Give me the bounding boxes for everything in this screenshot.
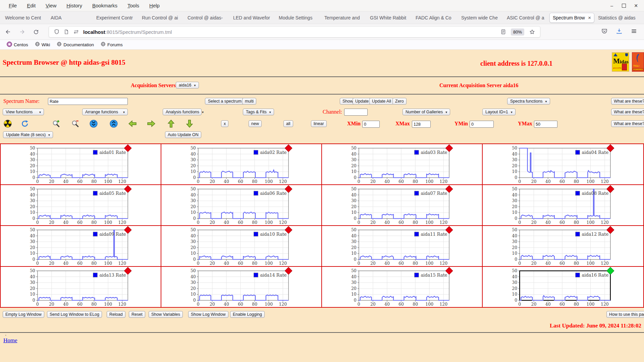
tab-led-and-wavefor[interactable]: LED and Wavefor xyxy=(230,13,275,23)
what-are-these-button[interactable]: What are these? xyxy=(611,98,644,105)
enable-logging-button[interactable]: Enable Logging xyxy=(230,311,265,318)
spectrum-panel-aida05[interactable]: 02040608010012001020304050aida05 Rate xyxy=(1,185,161,226)
bookmark-forums[interactable]: Forums xyxy=(98,41,125,48)
reload-button[interactable]: Reload xyxy=(107,311,125,318)
analysis-functions-dropdown[interactable]: Analysis functions▾ xyxy=(163,109,202,115)
menu-history[interactable]: History xyxy=(62,1,86,10)
menu-edit[interactable]: Edit xyxy=(23,1,40,10)
number-of-galleries-dropdown[interactable]: Number of Galleries▾ xyxy=(402,109,450,115)
menu-tools[interactable]: Tools xyxy=(123,1,143,10)
ymax-input[interactable] xyxy=(534,121,557,128)
spectrum-panel-aida10[interactable]: 02040608010012001020304050aida10 Rate xyxy=(161,226,322,267)
spectrum-panel-aida14[interactable]: 02040608010012001020304050aida14 Rate xyxy=(161,267,322,307)
what-are-these-button[interactable]: What are these? xyxy=(611,120,644,127)
acquisition-server-select[interactable]: aida16▾ xyxy=(176,82,199,88)
zoom-out-icon[interactable] xyxy=(71,119,79,128)
tags-fits-dropdown[interactable]: Tags & Fits▾ xyxy=(243,109,274,115)
tab-spectrum-brow[interactable]: Spectrum Brow× xyxy=(549,13,594,23)
xmin-input[interactable] xyxy=(362,121,380,128)
new-button[interactable]: new xyxy=(249,120,262,127)
compress-vertical-icon[interactable] xyxy=(89,119,98,128)
update-button[interactable]: Update xyxy=(353,98,371,105)
bookmark-star-icon[interactable] xyxy=(529,29,535,35)
arrow-up-icon[interactable] xyxy=(167,119,175,128)
send-log-window-to-elog-button[interactable]: Send Log Window to ELog xyxy=(47,311,102,318)
channel-input[interactable] xyxy=(344,109,368,116)
linear-button[interactable]: linear xyxy=(311,120,327,127)
bookmark-centos[interactable]: Centos xyxy=(4,41,31,49)
downloads-icon[interactable] xyxy=(616,28,623,36)
bookmark-wiki[interactable]: Wiki xyxy=(32,41,53,48)
tab-close-icon[interactable]: × xyxy=(586,13,591,23)
show-log-window-button[interactable]: Show Log Window xyxy=(188,311,228,318)
zoom-level-badge[interactable]: 80% xyxy=(511,28,524,36)
close-button[interactable]: ✕ xyxy=(633,3,639,8)
spectrum-panel-aida09[interactable]: 02040608010012001020304050aida09 Rate xyxy=(1,226,161,267)
arrow-down-icon[interactable] xyxy=(185,119,194,128)
spectrum-panel-aida16[interactable]: 02040608010012001020304050aida16 Rate xyxy=(483,267,643,307)
spectrum-panel-aida07[interactable]: 02040608010012001020304050aida07 Rate xyxy=(322,185,483,226)
reload-button[interactable] xyxy=(33,29,39,35)
arrange-functions-dropdown[interactable]: Arrange functions▾ xyxy=(82,109,128,115)
tab-run-control-ai[interactable]: Run Control @ ai xyxy=(139,13,184,23)
spectrum-panel-aida04[interactable]: 02040608010012001020304050aida04 Rate xyxy=(483,144,643,185)
zero-button[interactable]: Zero xyxy=(392,98,407,105)
tab-asic-control-a[interactable]: ASIC Control @ a xyxy=(504,13,549,23)
url-bar[interactable]: localhost:8015/Spectrum/Spectrum.tml 80% xyxy=(49,26,540,38)
pocket-icon[interactable] xyxy=(601,28,608,36)
update-rate-dropdown[interactable]: Update Rate (8 secs)▾ xyxy=(3,131,53,138)
tab-welcome-to-cent[interactable]: Welcome to Cent xyxy=(2,13,47,23)
spectrum-panel-aida15[interactable]: 02040608010012001020304050aida15 Rate xyxy=(322,267,483,307)
arrow-right-icon[interactable] xyxy=(147,119,155,128)
spectrum-panel-aida13[interactable]: 02040608010012001020304050aida13 Rate xyxy=(1,267,161,307)
maximize-button[interactable] xyxy=(622,4,626,8)
menu-hamburger-icon[interactable] xyxy=(631,28,637,36)
arrow-left-icon[interactable] xyxy=(128,119,137,128)
all-button[interactable]: all xyxy=(283,120,293,127)
x-axis-button[interactable]: x xyxy=(221,120,228,127)
expand-vertical-icon[interactable] xyxy=(109,119,118,128)
page-info-icon[interactable] xyxy=(64,29,69,35)
spectrum-panel-aida03[interactable]: 02040608010012001020304050aida03 Rate xyxy=(322,144,483,185)
ymin-input[interactable] xyxy=(470,121,494,128)
spectrum-panel-aida06[interactable]: 02040608010012001020304050aida06 Rate xyxy=(161,185,322,226)
menu-help[interactable]: Help xyxy=(145,1,164,10)
spectrum-panel-aida02[interactable]: 02040608010012001020304050aida02 Rate xyxy=(161,144,322,185)
url-text[interactable]: localhost:8015/Spectrum/Spectrum.tml xyxy=(83,29,498,35)
reader-mode-icon[interactable] xyxy=(500,29,506,35)
how-to-use-button[interactable]: How to use this page xyxy=(606,311,644,318)
tab-system-wide-che[interactable]: System wide Che xyxy=(458,13,503,23)
empty-log-window-button[interactable]: Empty Log Window xyxy=(3,311,44,318)
tab-module-settings[interactable]: Module Settings xyxy=(276,13,321,23)
minimize-button[interactable]: – xyxy=(609,3,614,8)
home-link[interactable]: Home xyxy=(3,337,17,344)
reset-button[interactable]: Reset xyxy=(129,311,145,318)
menu-view[interactable]: View xyxy=(42,1,60,10)
tab-fadc-align-co[interactable]: FADC Align & Co xyxy=(413,13,458,23)
spectra-functions-dropdown[interactable]: Spectra functions▾ xyxy=(507,98,550,105)
spectrum-name-input[interactable] xyxy=(48,98,128,105)
xmax-input[interactable] xyxy=(412,121,431,128)
what-are-these-button[interactable]: What are these? xyxy=(611,109,644,115)
layout-id-dropdown[interactable]: Layout ID=1▾ xyxy=(482,109,516,115)
show-variables-button[interactable]: Show Variables xyxy=(149,311,183,318)
bookmark-documentation[interactable]: Documentation xyxy=(54,41,97,48)
tab-experiment-contr[interactable]: Experiment Contr xyxy=(93,13,138,23)
update-all-button[interactable]: Update All xyxy=(369,98,394,105)
view-functions-dropdown[interactable]: View functions▾ xyxy=(3,109,44,115)
zoom-in-icon[interactable] xyxy=(52,119,60,128)
spectrum-panel-aida12[interactable]: 02040608010012001020304050aida12 Rate xyxy=(483,226,643,267)
tab-aida[interactable]: AIDA xyxy=(48,13,93,23)
forward-button[interactable] xyxy=(19,28,25,35)
tab-temperature-and[interactable]: Temperature and xyxy=(321,13,366,23)
spectrum-panel-aida11[interactable]: 02040608010012001020304050aida11 Rate xyxy=(322,226,483,267)
spectrum-panel-aida08[interactable]: 02040608010012001020304050aida08 Rate xyxy=(483,185,643,226)
tab-gsi-white-rabbit[interactable]: GSI White Rabbit xyxy=(367,13,412,23)
menu-bookmarks[interactable]: Bookmarks xyxy=(88,1,121,10)
radiation-icon[interactable] xyxy=(3,119,12,128)
tab-statistics-aidas[interactable]: Statistics @ aidas xyxy=(595,13,640,23)
shield-icon[interactable] xyxy=(54,29,60,35)
menu-file[interactable]: File xyxy=(5,1,21,10)
back-button[interactable] xyxy=(5,28,11,35)
tab-control-aidas-[interactable]: Control @ aidas- xyxy=(184,13,229,23)
